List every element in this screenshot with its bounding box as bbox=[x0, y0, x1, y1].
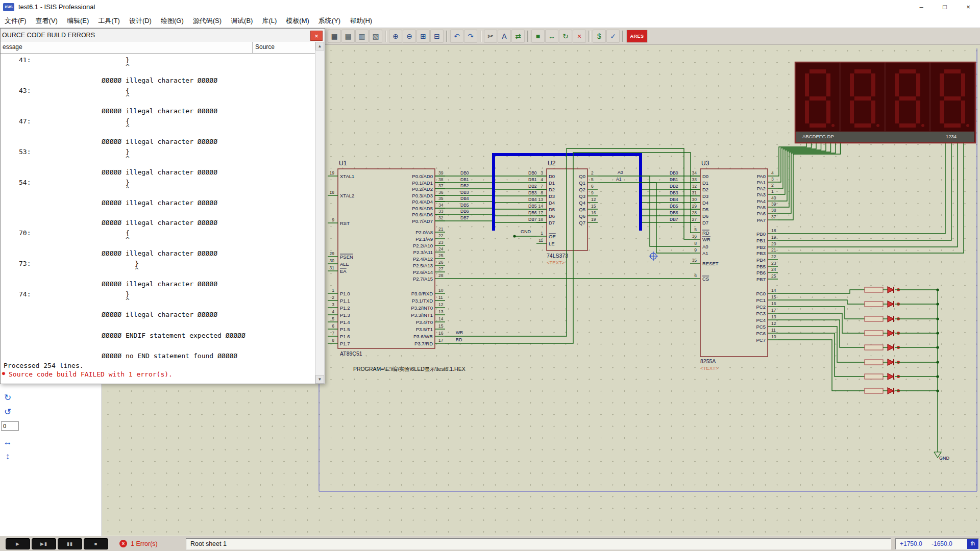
chip-U3[interactable]: U334D033D132D231D330D429D528D627D75RD36W… bbox=[690, 160, 778, 371]
grid-icon[interactable]: ▤ bbox=[341, 30, 355, 43]
led-icon[interactable] bbox=[888, 373, 894, 380]
dialog-close-button[interactable]: × bbox=[310, 31, 323, 41]
wire-seg[interactable] bbox=[778, 143, 831, 207]
dialog-line: ^ bbox=[126, 155, 130, 162]
scroll-up-icon[interactable]: ▲ bbox=[315, 42, 324, 51]
wire-led[interactable] bbox=[778, 300, 865, 304]
error-indicator[interactable]: × 1 Error(s) bbox=[119, 540, 170, 547]
dialog-scrollbar[interactable]: ▲ ▼ bbox=[315, 42, 325, 384]
menu-template[interactable]: 模板(M) bbox=[281, 14, 314, 28]
zoom-area-icon[interactable]: ⊟ bbox=[430, 30, 444, 43]
autorouter-icon[interactable]: ⇄ bbox=[511, 30, 525, 43]
pan-icon[interactable]: ▧ bbox=[369, 30, 382, 43]
stop-button[interactable]: ■ bbox=[84, 538, 108, 549]
wire-led[interactable] bbox=[778, 307, 865, 319]
zoom-all-icon[interactable]: ⊞ bbox=[416, 30, 430, 43]
pin-name: D5 bbox=[702, 207, 708, 212]
delete-block-icon[interactable]: × bbox=[573, 30, 586, 43]
pin-number: 4 bbox=[771, 170, 774, 176]
pin-number: 39 bbox=[771, 202, 776, 207]
wire-digit[interactable] bbox=[778, 143, 958, 247]
chip-value: 8255A bbox=[700, 358, 716, 364]
zoom-in-icon[interactable]: ⊕ bbox=[389, 30, 402, 43]
minimize-button[interactable]: – bbox=[910, 0, 933, 14]
pin-number: 24 bbox=[438, 246, 444, 252]
pin-name: P1.1 bbox=[340, 298, 350, 304]
led-icon[interactable] bbox=[888, 301, 894, 307]
ares-icon[interactable]: ARES bbox=[626, 30, 648, 43]
dialog-title-bar[interactable]: OURCE CODE BUILD ERRORS × bbox=[1, 29, 325, 42]
chip-value: 74LS373 bbox=[547, 253, 568, 259]
mirror-vertical-icon[interactable]: ↕ bbox=[3, 451, 13, 462]
led-icon[interactable] bbox=[888, 344, 894, 350]
wire-seg[interactable] bbox=[778, 143, 836, 213]
move-block-icon[interactable]: ↔ bbox=[545, 30, 558, 43]
erc-icon[interactable]: ✓ bbox=[606, 30, 620, 43]
seven-seg-display[interactable]: ABCDEFG DP1234 bbox=[795, 62, 975, 143]
redo-icon[interactable]: ↷ bbox=[464, 30, 477, 43]
wire-digit[interactable] bbox=[778, 143, 951, 240]
copy-block-icon[interactable]: ■ bbox=[531, 30, 545, 43]
pin-name: PA1 bbox=[757, 180, 766, 185]
zoom-out-icon[interactable]: ⊖ bbox=[403, 30, 416, 43]
rotate-ccw-icon[interactable]: ↺ bbox=[3, 406, 13, 417]
menu-tools[interactable]: 工具(T) bbox=[93, 14, 125, 28]
resistor[interactable] bbox=[865, 388, 883, 393]
menu-design[interactable]: 设计(D) bbox=[125, 14, 156, 28]
led-icon[interactable] bbox=[888, 316, 894, 322]
cut-icon[interactable]: ✂ bbox=[484, 30, 497, 43]
led-icon[interactable] bbox=[888, 287, 894, 293]
menu-source[interactable]: 源代码(S) bbox=[188, 14, 226, 28]
menu-system[interactable]: 系统(Y) bbox=[314, 14, 345, 28]
pin-number: 18 bbox=[538, 217, 544, 222]
menu-edit[interactable]: 编辑(E) bbox=[62, 14, 93, 28]
maximize-button[interactable]: □ bbox=[933, 0, 957, 14]
resistor[interactable] bbox=[865, 331, 883, 336]
undo-icon[interactable]: ↶ bbox=[450, 30, 463, 43]
menu-graph[interactable]: 绘图(G) bbox=[156, 14, 188, 28]
toolbar-separator bbox=[385, 31, 387, 42]
menu-file[interactable]: 文件(F) bbox=[0, 14, 31, 28]
scroll-down-icon[interactable]: ▼ bbox=[315, 375, 324, 384]
chip-U2[interactable]: U23D04D17D28D313D414D517D618D71OE11LE2Q0… bbox=[536, 160, 598, 265]
menu-library[interactable]: 库(L) bbox=[257, 14, 281, 28]
select-icon[interactable]: ▦ bbox=[328, 30, 341, 43]
origin-icon[interactable]: ▥ bbox=[355, 30, 369, 43]
wire-led[interactable] bbox=[778, 320, 865, 347]
resistor[interactable] bbox=[865, 360, 883, 365]
menu-help[interactable]: 帮助(H) bbox=[345, 14, 377, 28]
pin-number: 16 bbox=[591, 210, 596, 215]
resistor[interactable] bbox=[865, 374, 883, 379]
menu-view[interactable]: 查看(V) bbox=[31, 14, 62, 28]
wire-digit[interactable] bbox=[778, 143, 964, 253]
led-icon[interactable] bbox=[888, 330, 894, 336]
column-message: essage bbox=[3, 43, 22, 51]
resistor[interactable] bbox=[865, 316, 883, 321]
rotate-block-icon[interactable]: ↻ bbox=[559, 30, 572, 43]
wire-led[interactable] bbox=[778, 290, 865, 293]
play-button[interactable]: ▶ bbox=[6, 538, 30, 549]
pin-number: 30 bbox=[692, 197, 697, 202]
pause-button[interactable]: ▮▮ bbox=[58, 538, 82, 549]
wire-led[interactable] bbox=[778, 327, 865, 362]
led-icon[interactable] bbox=[888, 359, 894, 365]
mirror-horizontal-icon[interactable]: ↔ bbox=[3, 437, 13, 448]
resistor[interactable] bbox=[865, 287, 883, 292]
wire-seg[interactable] bbox=[778, 143, 821, 194]
bom-icon[interactable]: $ bbox=[593, 30, 606, 43]
chip-U1[interactable]: U119XTAL118XTAL29RST29PSEN30ALE31EA1P1.0… bbox=[328, 160, 445, 357]
close-button[interactable]: × bbox=[957, 0, 980, 14]
rotation-angle-input[interactable] bbox=[1, 421, 19, 431]
coordinate-y: -1650.0 bbox=[932, 540, 962, 547]
rotate-cw-icon[interactable]: ↻ bbox=[3, 392, 13, 403]
wire-digit[interactable] bbox=[778, 143, 945, 234]
led-icon[interactable] bbox=[888, 388, 894, 394]
toolbar-separator bbox=[527, 31, 529, 42]
step-button[interactable]: ▶▮ bbox=[32, 538, 56, 549]
wire-led[interactable] bbox=[778, 313, 865, 333]
menu-debug[interactable]: 调试(B) bbox=[226, 14, 257, 28]
resistor[interactable] bbox=[865, 302, 883, 307]
find-icon[interactable]: A bbox=[498, 30, 511, 43]
resistor[interactable] bbox=[865, 345, 883, 350]
pin-name: PC0 bbox=[756, 291, 766, 296]
